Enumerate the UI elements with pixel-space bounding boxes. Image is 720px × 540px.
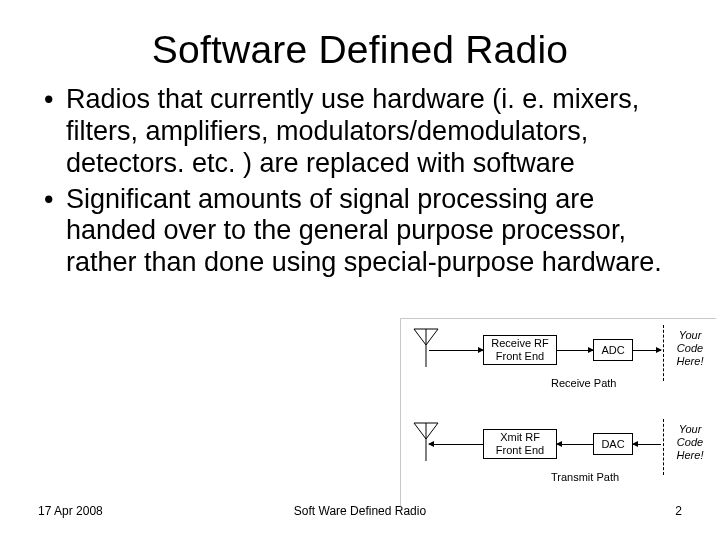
footer-page-number: 2 (675, 504, 682, 518)
arrow-icon (633, 444, 661, 445)
block-diagram: Receive RF Front End ADC Your Code Here!… (400, 318, 716, 506)
your-code-label: Your Code Here! (666, 423, 714, 463)
transmit-path-label: Transmit Path (551, 471, 619, 483)
svg-line-1 (414, 329, 426, 345)
arrow-icon (633, 350, 661, 351)
receive-path: Receive RF Front End ADC Your Code Here!… (401, 319, 716, 413)
arrow-icon (557, 444, 593, 445)
transmit-path: Xmit RF Front End DAC Your Code Here! Tr… (401, 413, 716, 507)
xmit-frontend-box: Xmit RF Front End (483, 429, 557, 459)
receive-path-label: Receive Path (551, 377, 616, 389)
receive-frontend-box: Receive RF Front End (483, 335, 557, 365)
bullet-list: Radios that currently use hardware (i. e… (38, 84, 682, 279)
dac-box: DAC (593, 433, 633, 455)
slide-title: Software Defined Radio (38, 28, 682, 72)
arrow-icon (557, 350, 593, 351)
arrow-icon (429, 444, 483, 445)
svg-line-2 (426, 329, 438, 345)
bullet-item: Significant amounts of signal processing… (40, 184, 682, 280)
dashed-divider (663, 325, 664, 381)
bullet-item: Radios that currently use hardware (i. e… (40, 84, 682, 180)
your-code-label: Your Code Here! (666, 329, 714, 369)
slide: Software Defined Radio Radios that curre… (0, 0, 720, 540)
svg-line-5 (414, 423, 426, 439)
footer-title: Soft Ware Defined Radio (38, 504, 682, 518)
dashed-divider (663, 419, 664, 475)
svg-line-6 (426, 423, 438, 439)
arrow-icon (429, 350, 483, 351)
adc-box: ADC (593, 339, 633, 361)
